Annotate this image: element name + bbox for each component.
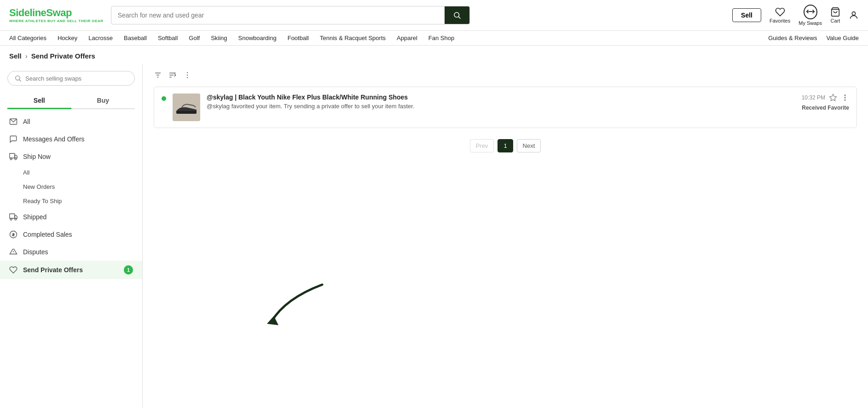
notification-time: 10:32 PM [802, 94, 825, 101]
page-1-button[interactable]: 1 [498, 139, 513, 152]
nav-golf[interactable]: Golf [189, 35, 200, 41]
svg-rect-30 [176, 111, 197, 114]
sell-button[interactable]: Sell [732, 8, 761, 22]
breadcrumb-current: Send Private Offers [31, 52, 95, 60]
svg-marker-31 [830, 94, 837, 101]
sidebar-item-disputes-label: Disputes [23, 248, 48, 256]
svg-point-33 [845, 97, 845, 98]
sidebar-item-completed-label: Completed Sales [23, 231, 72, 238]
nav-value-guide[interactable]: Value Guide [826, 35, 859, 41]
search-icon [14, 75, 22, 82]
svg-line-1 [458, 17, 460, 18]
profile-button[interactable] [849, 10, 859, 20]
nav-hockey[interactable]: Hockey [58, 35, 77, 41]
nav-lacrosse[interactable]: Lacrosse [88, 35, 113, 41]
sidebar-search-container [7, 71, 135, 86]
svg-point-32 [845, 95, 845, 96]
svg-point-28 [187, 77, 188, 78]
nav-baseball[interactable]: Baseball [124, 35, 147, 41]
nav-all-categories[interactable]: All Categories [9, 35, 46, 41]
mail-icon [9, 117, 17, 126]
header: SidelineSwap WHERE ATHLETES BUY AND SELL… [0, 0, 868, 31]
nav-skiing[interactable]: Skiing [211, 35, 227, 41]
search-input[interactable] [111, 7, 445, 23]
filter-button[interactable] [154, 71, 162, 79]
svg-rect-7 [10, 153, 15, 158]
notification-body: @skylag | Black Youth Nike Flex Plus Bla… [207, 93, 795, 110]
nav-guides[interactable]: Guides & Reviews [768, 35, 817, 41]
sidebar-item-disputes[interactable]: Disputes [0, 243, 142, 261]
notification-subtitle: @skylag favorited your item. Try sending… [207, 103, 795, 110]
item-thumbnail [173, 93, 200, 121]
favorites-button[interactable]: Favorites [770, 7, 790, 23]
star-icon[interactable] [829, 93, 837, 102]
svg-point-13 [10, 218, 12, 220]
notification-meta: 10:32 PM Received Favorite [802, 93, 849, 111]
sidebar-nav: All Messages And Offers Ship Now All New… [0, 113, 142, 279]
main-nav: All Categories Hockey Lacrosse Baseball … [0, 31, 868, 46]
sidebar-item-ship-now-label: Ship Now [23, 153, 51, 160]
sidebar-item-ship-now[interactable]: Ship Now [0, 148, 142, 165]
sidebar-subitem-ready-to-ship[interactable]: Ready To Ship [0, 194, 142, 208]
sidebar-item-all[interactable]: All [0, 113, 142, 130]
sidebar-tabs: Sell Buy [7, 93, 135, 109]
tab-sell[interactable]: Sell [7, 93, 71, 109]
svg-point-0 [454, 12, 459, 18]
svg-marker-8 [15, 155, 17, 158]
sidebar-subitem-all[interactable]: All [0, 165, 142, 180]
header-actions: Sell Favorites My Swaps Cart [732, 5, 859, 26]
breadcrumb-sell[interactable]: Sell [9, 52, 22, 60]
nav-right: Guides & Reviews Value Guide [768, 35, 859, 41]
sidebar-search-input[interactable] [25, 75, 128, 82]
breadcrumb: Sell › Send Private Offers [0, 46, 868, 64]
pagination: Prev 1 Next [154, 139, 857, 152]
prev-button[interactable]: Prev [470, 139, 494, 152]
svg-marker-35 [267, 316, 278, 325]
shipped-icon [9, 213, 17, 221]
sidebar-item-private-offers-label: Send Private Offers [23, 266, 83, 274]
heart-icon [9, 266, 17, 274]
svg-rect-11 [10, 214, 15, 218]
nav-snowboarding[interactable]: Snowboarding [238, 35, 277, 41]
next-button[interactable]: Next [517, 139, 541, 152]
nav-softball[interactable]: Softball [158, 35, 178, 41]
sidebar-item-messages-label: Messages And Offers [23, 135, 85, 143]
svg-point-27 [187, 75, 188, 76]
svg-marker-12 [15, 216, 17, 218]
cart-button[interactable]: Cart [830, 7, 840, 23]
sidebar-item-messages[interactable]: Messages And Offers [0, 130, 142, 148]
svg-point-26 [187, 72, 188, 73]
sidebar-item-shipped[interactable]: Shipped [0, 208, 142, 226]
logo-text: SidelineSwap [9, 7, 72, 18]
notification-label: Received Favorite [802, 105, 849, 111]
svg-point-4 [16, 76, 20, 80]
logo-sub: WHERE ATHLETES BUY AND SELL THEIR GEAR [9, 19, 104, 23]
logo[interactable]: SidelineSwap WHERE ATHLETES BUY AND SELL… [9, 7, 104, 23]
more-options-button[interactable] [183, 71, 191, 79]
svg-line-5 [19, 80, 21, 82]
sidebar-subitem-new-orders[interactable]: New Orders [0, 180, 142, 194]
more-options-icon[interactable] [841, 93, 849, 102]
sort-button[interactable] [168, 71, 177, 79]
sidebar-item-private-offers[interactable]: Send Private Offers 1 [0, 261, 142, 279]
truck-icon [9, 152, 17, 161]
search-bar [111, 6, 470, 24]
my-swaps-button[interactable]: My Swaps [799, 5, 822, 26]
nav-football[interactable]: Football [288, 35, 309, 41]
svg-point-9 [10, 158, 12, 160]
sidebar-item-shipped-label: Shipped [23, 213, 46, 221]
private-offers-badge: 1 [124, 265, 133, 275]
breadcrumb-sep: › [25, 52, 28, 60]
svg-point-3 [852, 12, 855, 15]
chat-icon [9, 135, 17, 143]
search-button[interactable] [445, 6, 469, 24]
content-area: @skylag | Black Youth Nike Flex Plus Bla… [143, 64, 868, 408]
nav-tennis[interactable]: Tennis & Racquet Sports [320, 35, 386, 41]
svg-point-14 [15, 218, 17, 220]
notification-title: @skylag | Black Youth Nike Flex Plus Bla… [207, 93, 795, 101]
nav-fan-shop[interactable]: Fan Shop [428, 35, 454, 41]
sidebar: Sell Buy All Messages And Offers Ship No… [0, 64, 143, 408]
nav-apparel[interactable]: Apparel [397, 35, 417, 41]
tab-buy[interactable]: Buy [71, 93, 135, 109]
sidebar-item-completed[interactable]: Completed Sales [0, 226, 142, 243]
